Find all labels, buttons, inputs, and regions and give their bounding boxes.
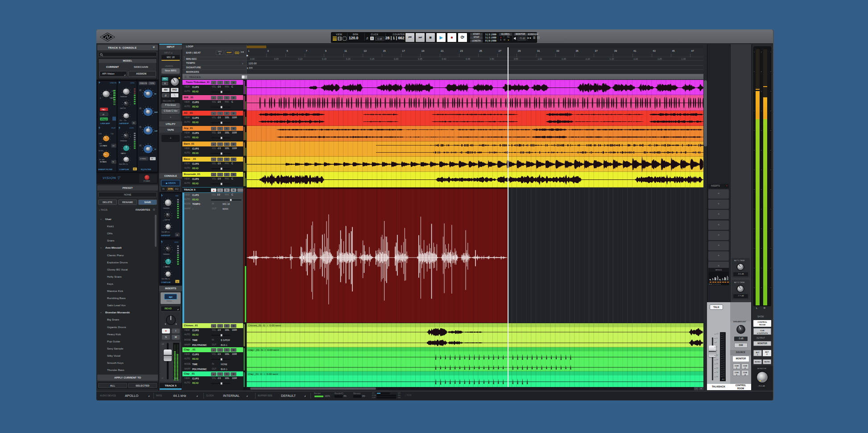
- svg-text:GSL: GSL: [175, 195, 179, 197]
- svg-text:HI-PASS: HI-PASS: [100, 162, 107, 163]
- svg-text:PREDYN: PREDYN: [140, 83, 147, 85]
- svg-text:IN: IN: [134, 168, 136, 170]
- svg-text:0: 0: [100, 98, 101, 100]
- svg-text:△ DEPTH: △ DEPTH: [163, 219, 170, 221]
- svg-text:Chimes_01 G ↕ 0.00 semi: Chimes_01 G ↕ 0.00 semi: [248, 324, 281, 327]
- svg-text:.25s .75s: .25s .75s: [119, 120, 127, 121]
- svg-text:THRESH: THRESH: [163, 208, 169, 209]
- svg-text:50m REL 2s: 50m REL 2s: [119, 163, 128, 165]
- svg-text:Clap _01 G ↕ 0.00 semi: Clap _01 G ↕ 0.00 semi: [248, 349, 279, 351]
- svg-text:Clap _01 G ↕ 0.00 semi: Clap _01 G ↕ 0.00 semi: [248, 373, 278, 375]
- svg-text:EQF: EQF: [112, 127, 116, 129]
- svg-text:LO-PASS: LO-PASS: [100, 145, 107, 147]
- svg-text:50m ATK 2s: 50m ATK 2s: [161, 231, 170, 233]
- svg-text:COMP/LIM: COMP/LIM: [119, 168, 129, 171]
- svg-text:THRESH: THRESH: [120, 141, 127, 142]
- svg-text:225L: 225L: [130, 82, 135, 84]
- svg-text:COMP/LIM: COMP/LIM: [161, 281, 170, 283]
- svg-text:THRESH: THRESH: [120, 96, 127, 98]
- svg-text:Ø: Ø: [103, 113, 104, 116]
- svg-text:+10: +10: [111, 90, 114, 92]
- svg-text:IN: IN: [177, 281, 178, 283]
- svg-text:GATE/EXP: GATE/EXP: [161, 234, 170, 237]
- svg-text:HMF: HMF: [154, 112, 158, 113]
- svg-text:HF: HF: [154, 94, 157, 96]
- svg-text:IN: IN: [112, 162, 114, 163]
- svg-text:EQ FILTER: EQ FILTER: [141, 168, 151, 171]
- svg-text:20 600: 20 600: [99, 159, 104, 161]
- svg-text:SWEEP FILTER: SWEEP FILTER: [98, 168, 112, 171]
- svg-text:2225: 2225: [174, 241, 179, 243]
- svg-text:500: 500: [99, 143, 102, 145]
- svg-text:LF: LF: [154, 149, 156, 151]
- svg-text:THRESH: THRESH: [163, 254, 169, 255]
- svg-text:2.5K: 2.5K: [99, 133, 102, 135]
- svg-text:IN: IN: [177, 234, 178, 236]
- svg-text:LMF: LMF: [154, 130, 157, 132]
- svg-text:50 100: 50 100: [99, 150, 103, 152]
- svg-text:PAD: PAD: [102, 108, 106, 111]
- svg-text:2225: 2225: [129, 127, 134, 129]
- svg-text:SC: SC: [112, 145, 115, 147]
- svg-text:7.5k: 7.5k: [111, 133, 114, 135]
- svg-text:RATIO: RATIO: [121, 153, 126, 154]
- svg-text:DEPTH: DEPTH: [120, 108, 126, 109]
- svg-text:VISION: VISION: [110, 82, 116, 84]
- svg-text:IN: IN: [151, 158, 153, 160]
- svg-text:LINE AMP: LINE AMP: [100, 122, 110, 125]
- svg-text:TYPE: TYPE: [150, 83, 155, 85]
- svg-text:DYN/SC: DYN/SC: [140, 158, 147, 160]
- svg-text:▷ RATIO: ▷ RATIO: [163, 266, 170, 268]
- svg-text:IN: IN: [133, 122, 135, 124]
- svg-text:GATE/EXP: GATE/EXP: [119, 122, 129, 125]
- svg-text:50m REL 2s: 50m REL 2s: [161, 278, 170, 280]
